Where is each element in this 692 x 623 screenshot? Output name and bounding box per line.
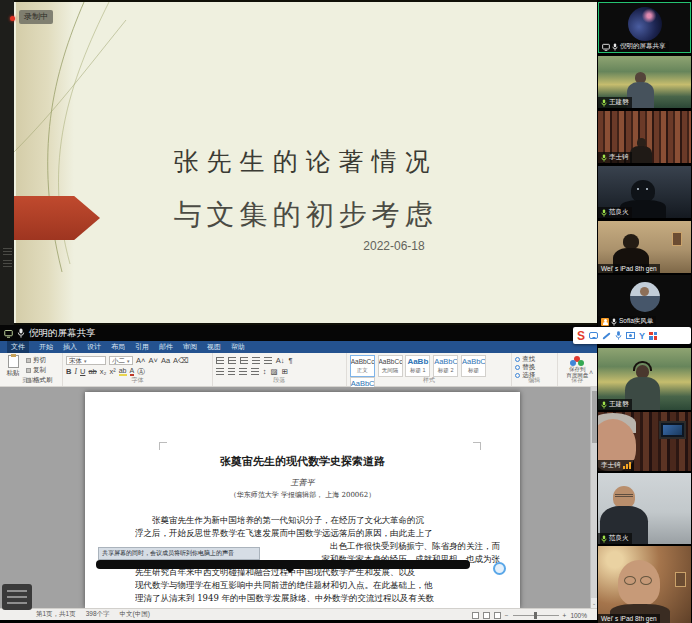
toolbox-grid-icon[interactable]	[649, 332, 657, 340]
participant-tile[interactable]: Wei' s iPad 8th gen	[598, 221, 691, 273]
slide-date: 2022-06-18	[314, 239, 474, 253]
cut-button[interactable]: 剪切	[26, 356, 53, 365]
read-mode-icon[interactable]	[472, 612, 479, 619]
slide-comments-icon[interactable]	[3, 248, 12, 249]
participant-tile[interactable]: 范良火	[598, 166, 691, 218]
align-center-icon[interactable]	[228, 368, 235, 375]
zoom-in-button[interactable]: +	[563, 612, 567, 619]
underline-button[interactable]: U	[80, 367, 85, 376]
style-normal[interactable]: AaBbCcDd 正文	[350, 355, 375, 377]
font-color-button[interactable]: A	[130, 367, 135, 376]
highlight-color-button[interactable]: ab	[119, 367, 127, 376]
word-count[interactable]: 398个字	[86, 610, 110, 619]
print-layout-icon[interactable]	[483, 612, 490, 619]
tab-file[interactable]: 文件	[7, 341, 29, 353]
change-case-button[interactable]: Aa	[161, 356, 170, 365]
participant-tile[interactable]: Wei' s iPad 8th gen	[598, 546, 691, 623]
voice-input-icon[interactable]	[615, 331, 622, 340]
emoji-picture-icon[interactable]	[626, 332, 635, 339]
recording-badge: 录制中	[19, 10, 53, 24]
participant-tile[interactable]: Sofia疾风单	[598, 275, 691, 327]
zoom-slider-thumb[interactable]	[534, 612, 537, 619]
ribbon-group-clipboard: 粘贴 剪切 复制 格式刷 剪贴板	[0, 353, 63, 386]
participant-tile[interactable]: 范良火	[598, 473, 691, 544]
document-scrollbar[interactable]: ⌄	[590, 387, 597, 608]
grow-font-button[interactable]: A˄	[136, 356, 145, 365]
document-affiliation: （华东师范大学 学报编辑部， 上海 200062）	[85, 490, 520, 500]
tab-review[interactable]: 审阅	[183, 342, 197, 352]
borders-icon[interactable]: ⊞	[282, 367, 288, 376]
zoom-slider[interactable]	[513, 615, 559, 616]
clear-format-button[interactable]: A⌫	[173, 356, 189, 365]
shading-icon[interactable]: ▨	[271, 367, 278, 376]
tab-design[interactable]: 设计	[87, 342, 101, 352]
find-icon	[515, 357, 520, 362]
style-title[interactable]: AaBbC 标题	[461, 355, 486, 377]
document-title: 张奠宙先生的现代数学史探索道路	[85, 454, 520, 469]
sort-icon[interactable]: A↓	[276, 356, 285, 365]
enclose-char-button[interactable]: Ⓐ	[137, 367, 145, 376]
font-size-select[interactable]: 小二	[109, 356, 133, 365]
justify-icon[interactable]	[251, 368, 259, 375]
handwriting-icon[interactable]	[602, 332, 610, 339]
bullets-icon[interactable]	[216, 357, 224, 364]
superscript-button[interactable]: x²	[109, 367, 115, 376]
participant-tile[interactable]: 王建磐	[598, 56, 691, 108]
bold-button[interactable]: B	[66, 367, 71, 376]
floating-panel-icon[interactable]	[2, 584, 32, 610]
participant-tile[interactable]: 李士锜	[598, 111, 691, 163]
numbering-icon[interactable]	[228, 357, 236, 364]
glasses	[615, 494, 633, 497]
host-icon	[601, 318, 609, 326]
tab-mailings[interactable]: 邮件	[159, 342, 173, 352]
font-name-select[interactable]: 宋体	[66, 356, 106, 365]
align-left-icon[interactable]	[216, 368, 224, 375]
participant-tile-screenshare[interactable]: 倪明的屏幕共享	[598, 2, 691, 53]
skin-tool-icon[interactable]: Y	[639, 331, 645, 341]
sogou-logo-icon[interactable]: S	[577, 330, 585, 342]
align-right-icon[interactable]	[239, 368, 247, 375]
baidu-netdisk-icon	[570, 356, 584, 366]
zoom-out-button[interactable]: −	[505, 612, 509, 619]
screen-share-banner: 倪明的屏幕共享	[0, 325, 597, 341]
participant-name: Wei' s iPad 8th gen	[601, 265, 657, 272]
share-banner-label: 倪明的屏幕共享	[29, 327, 96, 340]
tab-insert[interactable]: 插入	[63, 342, 77, 352]
shrink-font-button[interactable]: A˅	[148, 356, 157, 365]
web-layout-icon[interactable]	[494, 612, 501, 619]
paste-button[interactable]: 粘贴	[3, 355, 23, 378]
italic-button[interactable]: I	[75, 367, 78, 376]
subscript-button[interactable]: x₂	[100, 367, 107, 376]
scroll-down-icon[interactable]: ⌄	[591, 598, 597, 608]
tab-home[interactable]: 开始	[39, 342, 53, 352]
multilevel-list-icon[interactable]	[240, 357, 248, 364]
decrease-indent-icon[interactable]	[252, 357, 260, 364]
page-count[interactable]: 第1页，共1页	[36, 610, 76, 619]
participant-tile[interactable]: 王建磐	[598, 348, 691, 410]
language-status[interactable]: 中文(中国)	[120, 610, 150, 619]
slide-list-icon[interactable]	[3, 260, 12, 261]
style-heading2[interactable]: AaBbC 标题 2	[433, 355, 458, 377]
mic-icon	[601, 401, 607, 409]
strikethrough-button[interactable]: ab	[88, 367, 96, 376]
collapse-ribbon-icon[interactable]: ˄	[589, 369, 593, 376]
tab-help[interactable]: 帮助	[231, 342, 245, 352]
tab-references[interactable]: 引用	[135, 342, 149, 352]
tab-view[interactable]: 视图	[207, 342, 221, 352]
style-heading1[interactable]: AaBb 标题 1	[405, 355, 430, 377]
copy-button[interactable]: 复制	[26, 366, 53, 375]
avatar	[630, 282, 660, 312]
pilcrow-icon[interactable]: ¶	[289, 356, 293, 365]
participant-tile[interactable]: 李士锜	[598, 412, 691, 471]
zoom-level[interactable]: 100%	[570, 612, 587, 619]
increase-indent-icon[interactable]	[264, 357, 272, 364]
document-page[interactable]: 张奠宙先生的现代数学史探索道路 王善平 （华东师范大学 学报编辑部， 上海 20…	[85, 392, 520, 608]
input-mode-icon[interactable]	[589, 332, 598, 339]
word-window: 文件 开始 插入 设计 布局 引用 邮件 审阅 视图 帮助 粘贴 剪切 复制 格…	[0, 341, 597, 620]
line-spacing-icon[interactable]: ↕	[263, 367, 267, 376]
scrollbar-thumb[interactable]	[592, 391, 597, 443]
participant-name: 李士锜	[609, 153, 629, 162]
mic-icon	[601, 99, 607, 107]
style-no-spacing[interactable]: AaBbCcDd 无间隔	[378, 355, 403, 377]
tab-layout[interactable]: 布局	[111, 342, 125, 352]
